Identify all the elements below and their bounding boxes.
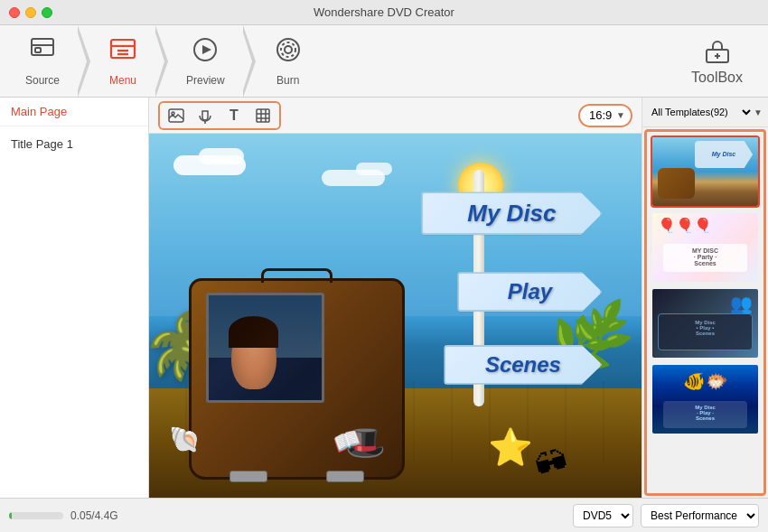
cloud-4 bbox=[356, 163, 392, 175]
svg-rect-18 bbox=[257, 109, 269, 122]
title-page-label: Title Page bbox=[11, 137, 63, 151]
aspect-ratio-dropdown[interactable]: 16:9 4:3 ▼ bbox=[578, 104, 632, 127]
chevron-down-icon: ▼ bbox=[754, 107, 763, 117]
play-sign: Play bbox=[457, 272, 602, 312]
canvas-tool-group: T bbox=[158, 101, 281, 130]
svg-point-11 bbox=[281, 42, 295, 57]
template-3-people: 👥 bbox=[730, 293, 753, 314]
play-text: Play bbox=[508, 279, 552, 304]
window-controls bbox=[9, 7, 52, 18]
scenes-sign: Scenes bbox=[444, 345, 602, 385]
template-filter-select[interactable]: All Templates(92) Holiday Travel Family … bbox=[648, 101, 754, 123]
close-button[interactable] bbox=[9, 7, 20, 18]
aspect-ratio-select[interactable]: 16:9 4:3 bbox=[578, 104, 632, 127]
toolbar-item-preview[interactable]: Preview bbox=[170, 28, 241, 94]
preview-icon bbox=[191, 35, 220, 70]
canvas-toolbar: T 16:9 4:3 ▼ bbox=[149, 98, 642, 134]
template-thumb-2: 🎈🎈🎈 MY DISC· Party ·Scenes bbox=[652, 213, 758, 282]
main-page-tab[interactable]: Main Page bbox=[0, 98, 148, 126]
source-label: Source bbox=[25, 74, 60, 87]
template-item-4[interactable]: 🐠🐡 My Disc· Play ·Scenes bbox=[651, 363, 760, 435]
title-page-number: 1 bbox=[67, 137, 73, 151]
disc-format-select[interactable]: DVD5 DVD9 bbox=[573, 504, 633, 527]
suitcase-clasp-left bbox=[229, 471, 267, 482]
menu-label: Menu bbox=[109, 74, 136, 87]
suitcase-body: 🎩 📖 bbox=[189, 278, 406, 480]
minimize-button[interactable] bbox=[25, 7, 36, 18]
progress-fill bbox=[9, 512, 12, 519]
my-disc-text: My Disc bbox=[467, 200, 556, 228]
template-item-1[interactable]: My Disc bbox=[651, 135, 760, 208]
starfish: ⭐ bbox=[488, 426, 533, 469]
left-sidebar: Main Page Title Page 1 bbox=[0, 98, 149, 498]
dvd-menu-scene[interactable]: 🌴 🌿 🌿 My Disc Play Scenes bbox=[149, 134, 642, 498]
template-1-suitcase bbox=[658, 168, 695, 199]
right-panel: All Templates(92) Holiday Travel Family … bbox=[642, 98, 768, 498]
screen-content bbox=[209, 295, 322, 399]
template-2-bg: 🎈🎈🎈 MY DISC· Party ·Scenes bbox=[652, 213, 758, 282]
template-2-card: MY DISC· Party ·Scenes bbox=[663, 244, 748, 271]
audio-tool-button[interactable] bbox=[192, 105, 218, 126]
template-3-text: My Disc• Play •Scenes bbox=[659, 314, 752, 341]
svg-marker-8 bbox=[202, 45, 211, 54]
suitcase-group: 🎩 📖 bbox=[189, 243, 406, 480]
menu-icon bbox=[108, 35, 137, 70]
canvas-area: T 16:9 4:3 ▼ bbox=[149, 98, 642, 498]
suitcase-handle bbox=[261, 268, 332, 283]
template-thumb-1: My Disc bbox=[652, 137, 758, 206]
toolbar-item-menu[interactable]: Menu bbox=[92, 28, 154, 94]
svg-rect-2 bbox=[35, 48, 41, 52]
car-scene bbox=[209, 295, 322, 399]
template-4-bg: 🐠🐡 My Disc· Play ·Scenes bbox=[652, 365, 758, 434]
template-filter-row: All Templates(92) Holiday Travel Family … bbox=[642, 98, 768, 127]
shell: 🐚 bbox=[169, 425, 201, 454]
toolbar-arrow-1 bbox=[78, 25, 90, 98]
quality-select[interactable]: Best Performance High Quality Standard Q… bbox=[641, 504, 759, 527]
template-4-fish: 🐠🐡 bbox=[683, 370, 728, 392]
template-3-screen: My Disc• Play •Scenes bbox=[658, 313, 753, 351]
svg-point-10 bbox=[285, 46, 292, 53]
person-hair bbox=[229, 316, 278, 348]
table-tool-button[interactable] bbox=[250, 105, 276, 126]
template-2-balloons: 🎈🎈🎈 bbox=[658, 217, 712, 234]
template-thumb-4: 🐠🐡 My Disc· Play ·Scenes bbox=[652, 365, 758, 434]
burn-icon bbox=[274, 35, 303, 70]
toolbox-label: ToolBox bbox=[691, 70, 743, 86]
suitcase-clasp-right bbox=[326, 471, 364, 482]
maximize-button[interactable] bbox=[42, 7, 52, 18]
main-layout: Main Page Title Page 1 bbox=[0, 98, 768, 498]
status-bar: 0.05/4.4G DVD5 DVD9 Best Performance Hig… bbox=[0, 498, 768, 532]
title-page-item[interactable]: Title Page 1 bbox=[11, 134, 137, 154]
template-list: My Disc 🎈🎈🎈 MY DISC· Party ·Scenes bbox=[644, 129, 766, 496]
storage-status: 0.05/4.4G bbox=[70, 509, 118, 522]
cloud-2 bbox=[199, 148, 244, 164]
main-toolbar: Source Menu Preview bbox=[0, 25, 768, 98]
title-bar: Wondershare DVD Creator bbox=[0, 0, 768, 25]
progress-track bbox=[9, 512, 63, 519]
image-tool-button[interactable] bbox=[164, 105, 189, 126]
canvas-preview: 🌴 🌿 🌿 My Disc Play Scenes bbox=[149, 134, 642, 498]
scenes-text: Scenes bbox=[485, 352, 561, 378]
toolbar-item-source[interactable]: Source bbox=[9, 28, 76, 94]
my-disc-sign: My Disc bbox=[421, 191, 602, 235]
template-1-sign: My Disc bbox=[695, 141, 753, 168]
preview-label: Preview bbox=[186, 74, 225, 87]
template-4-card: My Disc· Play ·Scenes bbox=[663, 401, 748, 428]
suitcase-screen bbox=[206, 293, 324, 402]
burn-label: Burn bbox=[276, 74, 299, 87]
app-title: Wondershare DVD Creator bbox=[314, 5, 454, 19]
toolbar-arrow-3 bbox=[243, 25, 256, 98]
template-item-2[interactable]: 🎈🎈🎈 MY DISC· Party ·Scenes bbox=[651, 211, 760, 284]
template-thumb-3: My Disc• Play •Scenes 👥 bbox=[652, 289, 758, 358]
template-3-bg: My Disc• Play •Scenes 👥 bbox=[652, 289, 758, 358]
template-4-text: My Disc· Play ·Scenes bbox=[663, 401, 748, 425]
toolbox-icon bbox=[703, 37, 732, 70]
source-icon bbox=[28, 35, 57, 70]
template-item-3[interactable]: My Disc• Play •Scenes 👥 bbox=[651, 287, 760, 359]
text-tool-button[interactable]: T bbox=[221, 105, 247, 126]
toolbar-toolbox[interactable]: ToolBox bbox=[675, 30, 759, 93]
toolbar-item-burn[interactable]: Burn bbox=[258, 28, 319, 94]
sidebar-content: Title Page 1 bbox=[0, 126, 148, 498]
template-1-bg: My Disc bbox=[652, 137, 758, 206]
toolbar-arrow-2 bbox=[155, 25, 168, 98]
